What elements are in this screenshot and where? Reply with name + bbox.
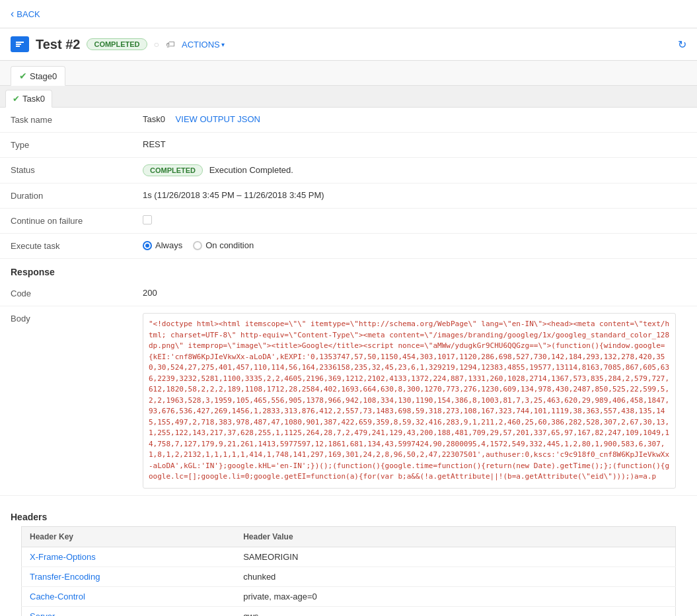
task-tab-task0[interactable]: ✔ Task0	[5, 90, 52, 108]
continue-failure-checkbox[interactable]	[143, 215, 152, 224]
type-label: Type	[11, 139, 143, 150]
header-value-cell: chunked	[235, 566, 675, 586]
completed-badge: COMPLETED	[143, 164, 203, 176]
header-left: Test #2 COMPLETED ○ 🏷 ACTIONS ▾	[11, 36, 225, 52]
col-key-header: Header Key	[22, 526, 236, 547]
continue-failure-value	[143, 215, 686, 226]
header-key-cell: Cache-Control	[22, 586, 236, 606]
table-row: X-Frame-OptionsSAMEORIGIN	[22, 547, 676, 566]
execute-task-label: Execute task	[11, 240, 143, 251]
headers-section: Headers Header Key Header Value X-Frame-…	[0, 496, 697, 617]
page-header: Test #2 COMPLETED ○ 🏷 ACTIONS ▾ ↻	[0, 28, 697, 61]
actions-label: ACTIONS	[182, 40, 220, 50]
headers-label: Headers	[11, 504, 686, 526]
continue-failure-row: Continue on failure	[0, 209, 697, 234]
execute-task-row: Execute task Always On condition	[0, 234, 697, 259]
chevron-down-icon: ▾	[221, 41, 225, 48]
task-tab-label: Task0	[22, 94, 45, 104]
code-value: 200	[143, 288, 686, 298]
header-key-cell: X-Frame-Options	[22, 547, 236, 566]
task-name-row: Task name Task0 VIEW OUTPUT JSON	[0, 108, 697, 133]
stage-tabs: ✔ Stage0	[0, 61, 697, 86]
status-value: COMPLETED Execution Completed.	[143, 164, 686, 176]
stage-tab-label: Stage0	[30, 71, 57, 81]
body-content[interactable]: "<!doctype html><html itemscope=\"\" ite…	[143, 313, 676, 489]
body-content-wrapper: "<!doctype html><html itemscope=\"\" ite…	[143, 313, 686, 489]
headers-table: Header Key Header Value X-Frame-OptionsS…	[21, 526, 676, 617]
execute-always-label: Always	[155, 240, 182, 250]
circle-icon: ○	[154, 39, 159, 50]
continue-failure-label: Continue on failure	[11, 215, 143, 226]
tag-icon: 🏷	[166, 39, 175, 50]
table-row: Transfer-Encodingchunked	[22, 566, 676, 586]
page-title: Test #2	[36, 37, 80, 52]
back-link[interactable]: BACK	[11, 8, 40, 20]
duration-row: Duration 1s (11/26/2018 3:45 PM – 11/26/…	[0, 184, 697, 209]
body-label: Body	[11, 313, 143, 324]
detail-section: Task name Task0 VIEW OUTPUT JSON Type RE…	[0, 108, 697, 259]
response-section: Response Code 200 Body "<!doctype html><…	[0, 259, 697, 496]
body-row: Body "<!doctype html><html itemscope=\"\…	[0, 306, 697, 496]
header-value-cell: gws	[235, 606, 675, 616]
col-value-header: Header Value	[235, 526, 675, 547]
header-key-cell: Transfer-Encoding	[22, 566, 236, 586]
execute-always-radio[interactable]	[143, 241, 152, 250]
table-row: Servergws	[22, 606, 676, 616]
duration-label: Duration	[11, 190, 143, 201]
status-row: Status COMPLETED Execution Completed.	[0, 158, 697, 184]
header-actions: ↻	[678, 38, 686, 51]
view-output-link[interactable]: VIEW OUTPUT JSON	[176, 114, 260, 124]
duration-value: 1s (11/26/2018 3:45 PM – 11/26/2018 3:45…	[143, 190, 686, 200]
execute-condition-label: On condition	[205, 240, 254, 250]
status-text: Execution Completed.	[209, 165, 293, 175]
header-value-cell: private, max-age=0	[235, 586, 675, 606]
table-row: Cache-Controlprivate, max-age=0	[22, 586, 676, 606]
stage-tab-stage0[interactable]: ✔ Stage0	[11, 66, 65, 86]
type-value: REST	[143, 139, 686, 149]
execute-condition-radio[interactable]	[193, 241, 202, 250]
execute-task-options: Always On condition	[143, 240, 686, 250]
test-icon	[11, 36, 29, 52]
check-icon: ✔	[19, 71, 27, 81]
execute-always-option[interactable]: Always	[143, 240, 182, 250]
execute-condition-option[interactable]: On condition	[193, 240, 254, 250]
task-name-label: Task name	[11, 114, 143, 125]
response-header: Response	[0, 259, 697, 281]
header-key-cell: Server	[22, 606, 236, 616]
header-value-cell: SAMEORIGIN	[235, 547, 675, 566]
task-tabs: ✔ Task0	[0, 86, 697, 108]
code-row: Code 200	[0, 281, 697, 306]
top-bar: BACK	[0, 0, 697, 28]
status-badge: COMPLETED	[87, 38, 147, 50]
code-label: Code	[11, 288, 143, 298]
refresh-icon[interactable]: ↻	[678, 38, 686, 51]
task-name-text: Task0	[143, 114, 165, 124]
actions-button[interactable]: ACTIONS ▾	[182, 40, 225, 50]
task-name-value: Task0 VIEW OUTPUT JSON	[143, 114, 686, 124]
type-row: Type REST	[0, 133, 697, 158]
check-icon: ✔	[13, 94, 20, 104]
status-label: Status	[11, 164, 143, 175]
